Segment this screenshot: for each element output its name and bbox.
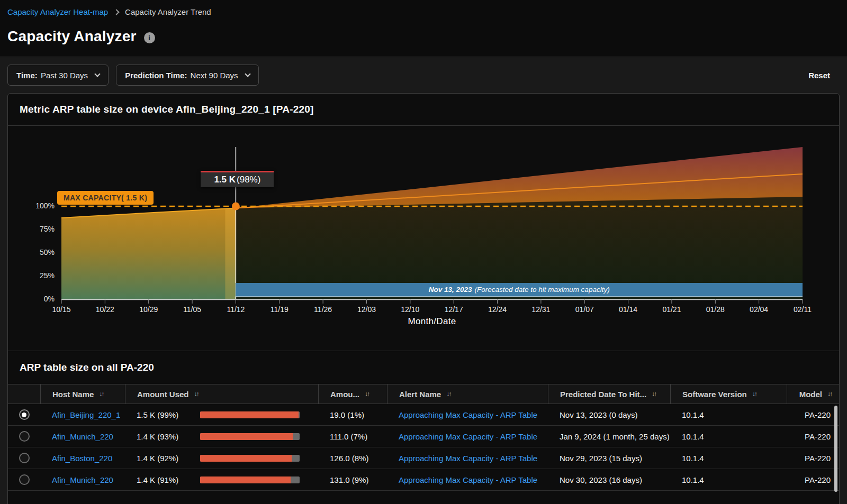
column-header-software-version[interactable]: Software Version↓↑: [670, 384, 787, 404]
x-tick-label: 12/03: [345, 305, 388, 314]
column-header-alert-name[interactable]: Alert Name↓↑: [387, 384, 548, 404]
x-tick-label: 12/17: [432, 305, 475, 314]
forecast-date: Nov 13, 2023: [429, 286, 472, 294]
column-header-amount-used[interactable]: Amount Used↓↑: [125, 384, 318, 404]
chart-tooltip: 1.5 K (98%): [201, 171, 274, 187]
alert-name-link[interactable]: Approaching Max Capacity - ARP Table: [399, 454, 537, 463]
usage-bar-fill: [200, 476, 291, 483]
column-label: Amount Used: [137, 390, 189, 399]
x-tick-label: 11/26: [302, 305, 344, 314]
predicted-date-value: Nov 29, 2023 (15 days): [548, 447, 670, 469]
amount-free-value: 126.0 (8%): [318, 447, 387, 469]
alert-name-link[interactable]: Approaching Max Capacity - ARP Table: [399, 432, 537, 441]
amount-free-value: 19.0 (1%): [318, 404, 387, 425]
tooltip-percent: (98%): [237, 175, 260, 185]
x-tick-label: 10/22: [84, 305, 126, 314]
x-tick-label: 10/29: [128, 305, 170, 314]
usage-bar: [200, 411, 300, 418]
x-tick-label: 01/14: [607, 305, 650, 314]
column-label: Amou...: [330, 390, 359, 399]
table-row[interactable]: Afin_Beijing_220_11.5 K (99%)19.0 (1%)Ap…: [8, 404, 839, 426]
max-capacity-badge: MAX CAPACITY( 1.5 K): [57, 191, 154, 205]
capacity-analyzer-page: Capacity Analyzer Heat-map Capacity Anal…: [0, 0, 847, 504]
info-icon[interactable]: i: [144, 32, 155, 43]
amount-used-value: 1.4 K (93%): [137, 432, 178, 441]
sort-icon[interactable]: ↓↑: [827, 390, 832, 398]
table-row[interactable]: Afin_Munich_2201.4 K (93%)111.0 (7%)Appr…: [8, 426, 839, 447]
sort-icon[interactable]: ↓↑: [194, 390, 199, 398]
forecast-date-caption: (Forecasted date to hit maximum capacity…: [475, 286, 610, 294]
sort-icon[interactable]: ↓↑: [365, 390, 369, 398]
x-tick-label: 12/31: [520, 305, 562, 314]
sort-icon[interactable]: ↓↑: [446, 390, 450, 398]
x-tick-label: 02/04: [738, 305, 780, 314]
column-label: Alert Name: [399, 390, 441, 399]
x-tick-label: 12/24: [476, 305, 519, 314]
column-header-predicted-date-to-hit-[interactable]: Predicted Date To Hit...↓↑: [548, 384, 670, 404]
usage-bar: [200, 476, 300, 483]
column-label: Host Name: [52, 390, 94, 399]
table-row[interactable]: Afin_Boston_2201.4 K (92%)126.0 (8%)Appr…: [8, 447, 839, 469]
breadcrumb-heatmap-link[interactable]: Capacity Analyzer Heat-map: [7, 7, 108, 16]
alert-name-link[interactable]: Approaching Max Capacity - ARP Table: [399, 410, 537, 419]
table-row[interactable]: Afin_Munich_2201.4 K (91%)131.0 (9%)Appr…: [8, 469, 839, 491]
top-bar: Capacity Analyzer Heat-map Capacity Anal…: [0, 0, 847, 57]
sort-icon[interactable]: ↓↑: [99, 390, 103, 398]
column-header-model[interactable]: Model↓↑: [787, 384, 839, 404]
x-tick-label: 10/15: [40, 305, 83, 314]
usage-bar-fill: [200, 455, 292, 462]
row-radio-button[interactable]: [19, 474, 30, 485]
x-axis-title: Month/Date: [400, 316, 464, 327]
forecast-date-band: Nov 13, 2023 (Forecasted date to hit max…: [236, 283, 803, 297]
column-header-amou-[interactable]: Amou...↓↑: [318, 384, 387, 404]
host-name-link[interactable]: Afin_Munich_220: [52, 475, 113, 484]
y-tick-label: 75%: [23, 225, 55, 233]
table-title: ARP table size on all PA-220: [8, 351, 839, 384]
amount-free-value: 131.0 (9%): [318, 469, 387, 490]
y-tick-label: 25%: [23, 271, 55, 280]
table-scrollbar[interactable]: [834, 406, 837, 492]
prediction-time-dropdown[interactable]: Prediction Time: Next 90 Days: [116, 65, 258, 86]
x-tick-label: 02/11: [781, 305, 824, 314]
software-version-value: 10.1.4: [670, 404, 787, 425]
sort-icon[interactable]: ↓↑: [652, 390, 656, 398]
predicted-date-value: Nov 13, 2023 (0 days): [548, 404, 670, 425]
x-tick-label: 11/05: [171, 305, 213, 314]
capacity-trend-chart[interactable]: 0%25%50%75%100% 10/1510/2210/2911/0511/1…: [8, 126, 839, 351]
chart-title: Metric ARP table size on device Afin_Bei…: [20, 104, 827, 115]
y-tick-label: 100%: [23, 201, 55, 210]
software-version-value: 10.1.4: [670, 447, 787, 469]
amount-used-value: 1.4 K (91%): [137, 475, 178, 484]
breadcrumb: Capacity Analyzer Heat-map Capacity Anal…: [7, 7, 840, 16]
tooltip-value: 1.5 K: [214, 175, 236, 185]
host-name-link[interactable]: Afin_Munich_220: [52, 432, 113, 441]
page-title: Capacity Analyzer: [7, 28, 137, 45]
prediction-filter-label: Prediction Time:: [125, 71, 187, 80]
alert-name-link[interactable]: Approaching Max Capacity - ARP Table: [399, 475, 537, 484]
chevron-down-icon: [245, 71, 250, 77]
column-label: Software Version: [682, 390, 747, 399]
predicted-date-value: Jan 9, 2024 (1 month, 25 days): [548, 426, 670, 447]
usage-bar-fill: [200, 433, 293, 440]
row-radio-button[interactable]: [19, 453, 30, 463]
row-radio-button[interactable]: [19, 409, 30, 420]
column-header-host-name[interactable]: Host Name↓↑: [40, 384, 125, 404]
time-filter-value: Past 30 Days: [41, 71, 88, 80]
model-value: PA-220: [787, 426, 839, 447]
amount-used-value: 1.5 K (99%): [137, 410, 178, 419]
software-version-value: 10.1.4: [670, 469, 787, 490]
breadcrumb-current: Capacity Analyzer Trend: [125, 7, 211, 16]
chart-section: Metric ARP table size on device Afin_Bei…: [8, 94, 839, 351]
column-label: Model: [799, 390, 822, 399]
row-radio-button[interactable]: [19, 431, 30, 442]
x-tick-label: 01/07: [563, 305, 606, 314]
column-label: Predicted Date To Hit...: [560, 390, 646, 399]
usage-bar: [200, 455, 300, 462]
sort-icon[interactable]: ↓↑: [752, 390, 756, 398]
x-tick-label: 11/19: [258, 305, 301, 314]
time-filter-dropdown[interactable]: Time: Past 30 Days: [7, 65, 109, 86]
host-name-link[interactable]: Afin_Boston_220: [52, 454, 112, 463]
x-tick-label: 01/28: [694, 305, 736, 314]
host-name-link[interactable]: Afin_Beijing_220_1: [52, 410, 120, 419]
reset-button[interactable]: Reset: [808, 71, 840, 80]
